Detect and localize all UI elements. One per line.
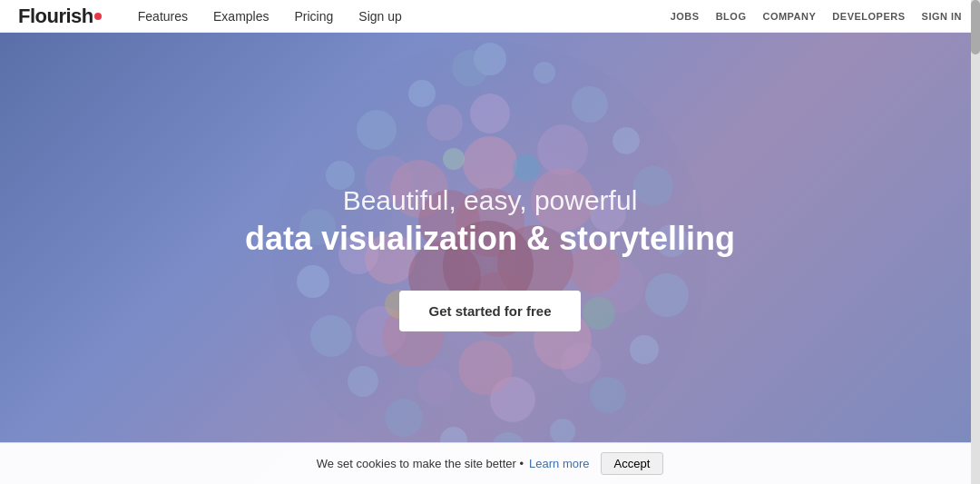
svg-point-21 (452, 50, 488, 86)
nav-developers[interactable]: Developers (832, 11, 905, 22)
get-started-button[interactable]: Get started for free (399, 291, 580, 331)
svg-point-33 (463, 136, 517, 191)
scrollbar-thumb[interactable] (971, 0, 980, 54)
svg-point-32 (426, 104, 463, 141)
svg-point-20 (408, 80, 436, 107)
svg-point-13 (385, 399, 423, 437)
main-nav: Features Examples Pricing Sign up (138, 9, 671, 24)
cookie-learn-more-link[interactable]: Learn more (529, 457, 589, 470)
nav-company[interactable]: Company (762, 11, 816, 22)
svg-point-2 (534, 62, 555, 84)
navbar: Flourish Features Examples Pricing Sign … (0, 0, 980, 33)
svg-point-10 (550, 419, 575, 444)
svg-point-37 (458, 341, 513, 395)
svg-point-3 (572, 86, 608, 123)
svg-point-23 (537, 124, 588, 175)
cookie-banner: We set cookies to make the site better •… (0, 442, 980, 484)
hero-subtitle: Beautiful, easy, powerful (245, 185, 735, 216)
scrollbar[interactable] (971, 0, 980, 484)
cookie-accept-button[interactable]: Accept (601, 452, 664, 475)
svg-point-28 (417, 368, 454, 404)
svg-point-4 (612, 127, 640, 154)
svg-point-19 (357, 110, 397, 150)
nav-signup[interactable]: Sign up (358, 9, 401, 24)
cookie-message: We set cookies to make the site better • (317, 457, 524, 470)
svg-point-50 (443, 148, 465, 170)
svg-point-9 (590, 377, 626, 413)
svg-point-47 (513, 154, 540, 182)
svg-point-8 (630, 335, 659, 364)
nav-pricing[interactable]: Pricing (295, 9, 334, 24)
logo-text: Flourish (18, 5, 93, 28)
hero-title: data visualization & storytelling (245, 220, 735, 258)
hero-content: Beautiful, easy, powerful data visualiza… (245, 185, 735, 331)
nav-examples[interactable]: Examples (213, 9, 269, 24)
nav-jobs[interactable]: Jobs (671, 11, 700, 22)
logo[interactable]: Flourish (18, 5, 102, 28)
svg-point-14 (348, 366, 378, 397)
nav-features[interactable]: Features (138, 9, 188, 24)
logo-dot (94, 13, 102, 20)
svg-point-22 (470, 94, 510, 133)
nav-blog[interactable]: Blog (716, 11, 747, 22)
nav-signin[interactable]: Sign in (922, 11, 962, 22)
secondary-nav: Jobs Blog Company Developers Sign in (671, 11, 962, 22)
hero-section: Beautiful, easy, powerful data visualiza… (0, 33, 980, 484)
